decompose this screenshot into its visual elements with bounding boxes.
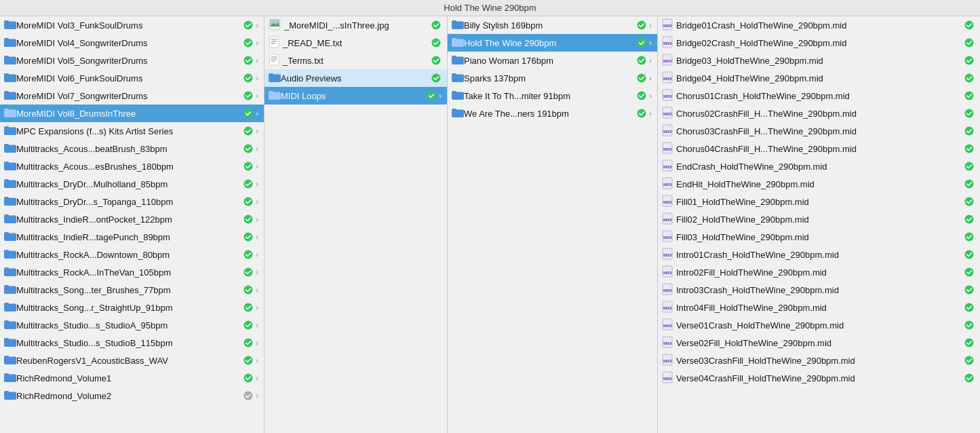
list-item[interactable]: Piano Woman 176bpm › bbox=[448, 52, 657, 69]
list-item[interactable]: MIDI Loops › bbox=[264, 87, 447, 105]
status-icon bbox=[964, 37, 975, 48]
item-name: Bridge03_HoldTheWine_290bpm.mid bbox=[676, 56, 961, 66]
list-item[interactable]: Multitracks_RockA...Downtown_80bpm › bbox=[0, 246, 264, 263]
svg-text:MIDI: MIDI bbox=[663, 59, 672, 63]
folder-icon bbox=[4, 337, 16, 349]
svg-text:MIDI: MIDI bbox=[663, 77, 672, 81]
list-item[interactable]: Multitracks_Studio...s_StudioB_115bpm › bbox=[0, 334, 264, 352]
status-icon bbox=[964, 337, 975, 348]
status-icon bbox=[636, 55, 647, 66]
list-item[interactable]: MoreMIDI Vol7_SongwriterDrums › bbox=[0, 87, 264, 105]
item-name: Intro02Fill_HoldTheWine_290bpm.mid bbox=[676, 267, 961, 278]
list-item[interactable]: Multitracks_Acous...beatBrush_83bpm › bbox=[0, 140, 264, 157]
svg-rect-27 bbox=[269, 37, 279, 48]
svg-point-39 bbox=[638, 21, 646, 30]
svg-point-6 bbox=[244, 127, 253, 136]
list-item[interactable]: MIDI Chorus01Crash_HoldTheWine_290bpm.mi… bbox=[658, 87, 980, 105]
item-name: Billy Stylish 169bpm bbox=[464, 20, 633, 31]
list-item[interactable]: MIDI Intro02Fill_HoldTheWine_290bpm.mid bbox=[658, 263, 980, 281]
list-item[interactable]: MIDI Intro04Fill_HoldTheWine_290bpm.mid bbox=[658, 299, 980, 316]
status-icon bbox=[243, 320, 254, 331]
list-item[interactable]: MIDI Fill03_HoldTheWine_290bpm.mid bbox=[658, 228, 980, 246]
status-icon bbox=[431, 20, 442, 31]
list-item[interactable]: MIDI Chorus03CrashFill_H...TheWine_290bp… bbox=[658, 122, 980, 140]
list-item[interactable]: MIDI Bridge04_HoldTheWine_290bpm.mid bbox=[658, 69, 980, 87]
list-item[interactable]: RichRedmond_Volume2 › bbox=[0, 387, 264, 404]
folder-icon bbox=[4, 161, 16, 172]
list-item[interactable]: _Terms.txt bbox=[264, 52, 447, 69]
status-icon bbox=[243, 390, 254, 401]
midi-icon: MIDI bbox=[662, 177, 676, 191]
item-name: Multitracks_Studio...s_StudioA_95bpm bbox=[16, 320, 240, 331]
list-item[interactable]: ReubenRogersV1_AcousticBass_WAV › bbox=[0, 352, 264, 369]
list-item[interactable]: MIDI Bridge03_HoldTheWine_290bpm.mid bbox=[658, 52, 980, 69]
list-item[interactable]: Take It To Th...miter 91bpm › bbox=[448, 87, 657, 105]
item-name: EndHit_HoldTheWine_290bpm.mid bbox=[676, 179, 961, 189]
list-item[interactable]: MIDI Intro01Crash_HoldTheWine_290bpm.mid bbox=[658, 246, 980, 263]
list-item[interactable]: MoreMIDI Vol5_SongwriterDrums › bbox=[0, 52, 264, 69]
chevron-icon: › bbox=[256, 92, 258, 100]
chevron-icon: › bbox=[439, 92, 442, 100]
list-item[interactable]: Multitracks_IndieR...tagePunch_89bpm › bbox=[0, 228, 264, 246]
list-item[interactable]: MPC Expansions (f...s) Kits Artist Serie… bbox=[0, 122, 264, 140]
list-item[interactable]: Multitracks_Acous...esBrushes_180bpm › bbox=[0, 157, 264, 175]
list-item[interactable]: MIDI Verse01Crash_HoldTheWine_290bpm.mid bbox=[658, 316, 980, 334]
status-icon bbox=[243, 55, 254, 66]
svg-point-74 bbox=[965, 180, 974, 189]
folder-icon bbox=[4, 390, 16, 402]
list-item[interactable]: Multitracks_DryDr...s_Topanga_110bpm › bbox=[0, 193, 264, 210]
list-item[interactable]: _MoreMIDI_...sInThree.jpg bbox=[264, 16, 447, 34]
list-item[interactable]: Billy Stylish 169bpm › bbox=[448, 16, 657, 34]
list-item[interactable]: MIDI EndHit_HoldTheWine_290bpm.mid bbox=[658, 175, 980, 193]
list-item[interactable]: Multitracks_Song...r_StraightUp_91bpm › bbox=[0, 299, 264, 316]
svg-text:MIDI: MIDI bbox=[663, 236, 672, 240]
item-name: _Terms.txt bbox=[283, 56, 428, 66]
folder-icon bbox=[452, 108, 464, 119]
list-item[interactable]: MIDI Chorus02CrashFill_H...TheWine_290bp… bbox=[658, 105, 980, 122]
list-item[interactable]: Multitracks_Song...ter_Brushes_77bpm › bbox=[0, 281, 264, 299]
list-item[interactable]: MIDI EndCrash_HoldTheWine_290bpm.mid bbox=[658, 157, 980, 175]
folder-icon bbox=[269, 90, 281, 102]
svg-point-8 bbox=[244, 162, 253, 171]
list-item[interactable]: MoreMIDI Vol3_FunkSoulDrums › bbox=[0, 16, 264, 34]
list-item[interactable]: MIDI Verse02Fill_HoldTheWine_290bpm.mid bbox=[658, 334, 980, 352]
column-2: _MoreMIDI_...sInThree.jpg _READ_ME.txt _… bbox=[264, 16, 448, 433]
list-item[interactable]: Multitracks_IndieR...ontPocket_122bpm › bbox=[0, 210, 264, 228]
status-icon bbox=[243, 249, 254, 260]
svg-point-86 bbox=[965, 250, 974, 259]
list-item[interactable]: MIDI Fill01_HoldTheWine_290bpm.mid bbox=[658, 193, 980, 210]
list-item[interactable]: MoreMIDI Vol6_FunkSoulDrums › bbox=[0, 69, 264, 87]
list-item[interactable]: Multitracks_RockA...InTheVan_105bpm › bbox=[0, 263, 264, 281]
list-item[interactable]: MIDI Fill02_HoldTheWine_290bpm.mid bbox=[658, 210, 980, 228]
midi-icon: MIDI bbox=[662, 195, 676, 209]
status-icon bbox=[636, 37, 647, 48]
list-item[interactable]: Multitracks_DryDr...Mulholland_85bpm › bbox=[0, 175, 264, 193]
list-item[interactable]: MIDI Verse04CrashFill_HoldTheWine_290bpm… bbox=[658, 369, 980, 387]
column-1: MoreMIDI Vol3_FunkSoulDrums › MoreMIDI V… bbox=[0, 16, 264, 433]
list-item[interactable]: RichRedmond_Volume1 › bbox=[0, 369, 264, 387]
list-item[interactable]: Multitracks_Studio...s_StudioA_95bpm › bbox=[0, 316, 264, 334]
list-item[interactable]: MIDI Intro03Crash_HoldTheWine_290bpm.mid bbox=[658, 281, 980, 299]
item-name: Take It To Th...miter 91bpm bbox=[464, 91, 633, 101]
list-item[interactable]: MIDI Chorus04CrashFill_H...TheWine_290bp… bbox=[658, 140, 980, 157]
list-item[interactable]: Audio Previews bbox=[264, 69, 447, 87]
list-item[interactable]: MoreMIDI Vol8_DrumsInThree › bbox=[0, 105, 264, 122]
svg-text:MIDI: MIDI bbox=[663, 306, 672, 310]
list-item[interactable]: MoreMIDI Vol4_SongwriterDrums › bbox=[0, 34, 264, 52]
list-item[interactable]: _READ_ME.txt bbox=[264, 34, 447, 52]
item-name: MoreMIDI Vol3_FunkSoulDrums bbox=[16, 20, 240, 31]
list-item[interactable]: MIDI Verse03CrashFill_HoldTheWine_290bpm… bbox=[658, 352, 980, 369]
svg-point-98 bbox=[965, 321, 974, 330]
svg-point-1 bbox=[244, 39, 253, 48]
chevron-icon: › bbox=[256, 197, 258, 206]
midi-icon: MIDI bbox=[662, 124, 676, 138]
list-item[interactable]: We Are The...ners 191bpm › bbox=[448, 105, 657, 122]
svg-point-104 bbox=[965, 356, 974, 365]
list-item[interactable]: MIDI Bridge01Crash_HoldTheWine_290bpm.mi… bbox=[658, 16, 980, 34]
status-icon bbox=[964, 73, 975, 83]
list-item[interactable]: Hold The Wine 290bpm › bbox=[448, 34, 657, 52]
chevron-icon: › bbox=[256, 286, 258, 294]
list-item[interactable]: MIDI Bridge02Crash_HoldTheWine_290bpm.mi… bbox=[658, 34, 980, 52]
midi-icon: MIDI bbox=[662, 230, 676, 244]
list-item[interactable]: Sparks 137bpm › bbox=[448, 69, 657, 87]
